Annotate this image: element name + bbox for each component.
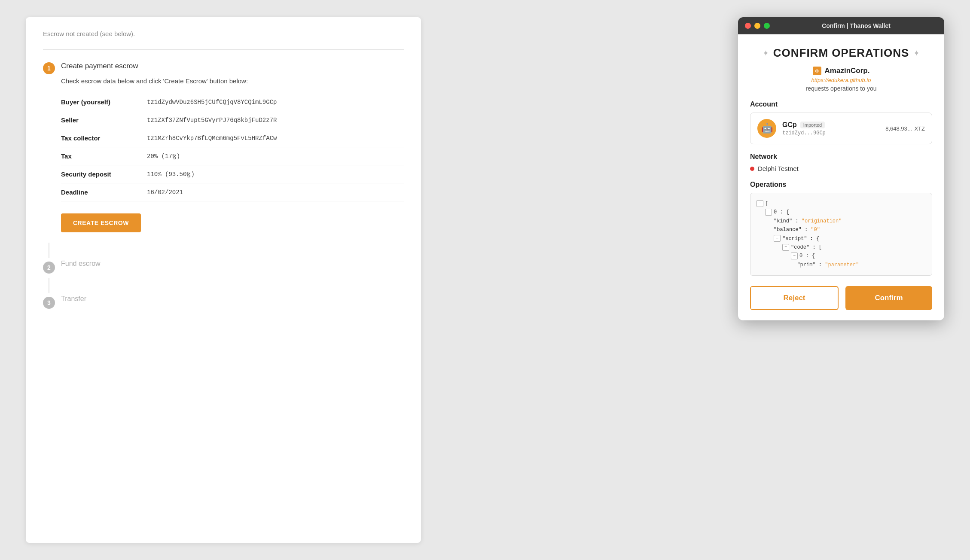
step1-badge: 1 — [43, 62, 55, 74]
step3-title: Transfer — [61, 295, 404, 303]
requester-name-text: AmazinCorp. — [825, 67, 870, 75]
json-line-5: −"code" : [ — [782, 243, 926, 252]
step3-badge: 3 — [43, 297, 55, 309]
wallet-modal: Confirm | Thanos Wallet ✦ CONFIRM OPERAT… — [738, 17, 944, 320]
maximize-button[interactable] — [764, 23, 770, 29]
json-line-0: −[ — [756, 199, 926, 208]
confirm-button[interactable]: Confirm — [845, 286, 932, 310]
traffic-lights — [745, 23, 770, 29]
network-section-label: Network — [750, 153, 932, 161]
create-escrow-button[interactable]: CREATE ESCROW — [61, 213, 141, 232]
step1-description: Check escrow data below and click 'Creat… — [61, 77, 404, 85]
confirm-ops-title: CONFIRM OPERATIONS — [773, 46, 909, 60]
security-value: 110% (93.50ꜩ) — [147, 170, 195, 178]
collapse-btn-1[interactable]: − — [765, 209, 772, 216]
action-buttons: Reject Confirm — [750, 286, 932, 310]
requester-name-row: ⚙ AmazinCorp. — [750, 67, 932, 75]
main-page: Escrow not created (see below). 1 Create… — [26, 17, 421, 543]
step1-content: Create payment escrow Check escrow data … — [61, 62, 404, 232]
network-dot — [750, 167, 754, 171]
escrow-row-deadline: Deadline 16/02/2021 — [61, 183, 404, 201]
escrow-row-tax: Tax 20% (17ꜩ) — [61, 147, 404, 165]
network-name: Delphi Testnet — [758, 165, 799, 172]
tax-collector-label: Tax collector — [61, 134, 147, 142]
security-label: Security deposit — [61, 170, 147, 178]
escrow-row-buyer: Buyer (yourself) tz1dZydwVDuz6SH5jCUfCQj… — [61, 93, 404, 111]
account-name: GCp — [782, 121, 797, 129]
titlebar-title: Confirm | Thanos Wallet — [775, 22, 937, 29]
step-connector-1 — [49, 243, 49, 258]
tax-value: 20% (17ꜩ) — [147, 152, 180, 160]
close-button[interactable] — [745, 23, 751, 29]
seller-value: tz1ZXf37ZNfVupt5GVyrPJ76q8kbjFuD2z7R — [147, 117, 277, 124]
diamond-right-icon: ✦ — [913, 49, 920, 58]
step3-row: 3 Transfer — [43, 295, 404, 310]
escrow-row-tax-collector: Tax collector tz1MZrh8CvYkp7BfLQMcm6mg5F… — [61, 129, 404, 147]
tax-collector-value: tz1MZrh8CvYkp7BfLQMcm6mg5FvL5HRZfACw — [147, 135, 277, 142]
operations-section-label: Operations — [750, 181, 932, 189]
wallet-body: ✦ CONFIRM OPERATIONS ✦ ⚙ AmazinCorp. htt… — [738, 34, 944, 320]
collapse-btn-4[interactable]: − — [774, 235, 781, 242]
escrow-row-seller: Seller tz1ZXf37ZNfVupt5GVyrPJ76q8kbjFuD2… — [61, 111, 404, 129]
wallet-titlebar: Confirm | Thanos Wallet — [738, 17, 944, 34]
json-line-1: −0 : { — [765, 208, 926, 216]
account-avatar: 🤖 — [757, 119, 776, 138]
json-line-3: "balance" : "0" — [774, 225, 926, 234]
diamond-left-icon: ✦ — [763, 49, 769, 58]
requester-section: ⚙ AmazinCorp. https://edukera.github.io … — [750, 67, 932, 92]
collapse-btn-6[interactable]: − — [791, 253, 798, 259]
step3-content: Transfer — [61, 295, 404, 310]
json-line-6: −0 : { — [791, 252, 926, 260]
tax-label: Tax — [61, 152, 147, 160]
json-line-4: −"script" : { — [774, 234, 926, 243]
collapse-btn-5[interactable]: − — [782, 244, 789, 251]
requester-url: https://edukera.github.io — [750, 77, 932, 83]
step-connector-2 — [49, 278, 49, 293]
reject-button[interactable]: Reject — [750, 286, 839, 310]
escrow-table: Buyer (yourself) tz1dZydwVDuz6SH5jCUfCQj… — [61, 93, 404, 201]
step2-badge: 2 — [43, 262, 55, 274]
deadline-label: Deadline — [61, 189, 147, 196]
account-address: tz1dZyd...9GCp — [782, 130, 879, 136]
account-info: GCp Imported tz1dZyd...9GCp — [782, 121, 879, 136]
account-name-row: GCp Imported — [782, 121, 879, 129]
step1-title: Create payment escrow — [61, 62, 404, 70]
step1-row: 1 Create payment escrow Check escrow dat… — [43, 62, 404, 232]
step2-row: 2 Fund escrow — [43, 260, 404, 274]
network-row: Delphi Testnet — [750, 165, 932, 172]
json-line-7: "prim" : "parameter" — [791, 261, 926, 269]
collapse-btn-0[interactable]: − — [756, 200, 763, 207]
account-balance: 8,648.93… XTZ — [885, 125, 925, 132]
requester-desc: requests operations to you — [750, 85, 932, 92]
requester-icon: ⚙ — [813, 67, 821, 75]
escrow-status: Escrow not created (see below). — [43, 30, 404, 37]
confirm-ops-header: ✦ CONFIRM OPERATIONS ✦ — [750, 34, 932, 67]
top-divider — [43, 49, 404, 50]
operations-section: Operations −[ −0 : { "kind" : "originati… — [750, 181, 932, 276]
step2-title: Fund escrow — [61, 260, 404, 268]
operations-json-box: −[ −0 : { "kind" : "origination" "balanc… — [750, 193, 932, 276]
minimize-button[interactable] — [754, 23, 760, 29]
buyer-value: tz1dZydwVDuz6SH5jCUfCQjqV8YCQimL9GCp — [147, 99, 277, 106]
seller-label: Seller — [61, 116, 147, 124]
escrow-row-security: Security deposit 110% (93.50ꜩ) — [61, 165, 404, 183]
account-card: 🤖 GCp Imported tz1dZyd...9GCp 8,648.93… … — [750, 113, 932, 144]
json-line-2: "kind" : "origination" — [774, 217, 926, 225]
account-section-label: Account — [750, 100, 932, 108]
deadline-value: 16/02/2021 — [147, 189, 183, 196]
buyer-label: Buyer (yourself) — [61, 98, 147, 106]
step2-content: Fund escrow — [61, 260, 404, 274]
imported-badge: Imported — [800, 122, 825, 128]
